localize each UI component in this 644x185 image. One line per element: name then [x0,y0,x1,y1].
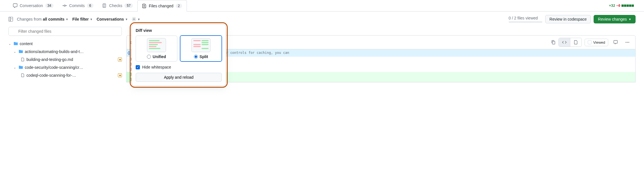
checkbox-checked-icon: ✓ [136,65,140,69]
file-tree-sidebar: ⌄ content ⌄ actions/automating-builds-an… [8,27,122,82]
tab-label: Files changed [149,4,173,8]
svg-rect-1 [103,4,106,8]
svg-point-6 [627,42,628,43]
copy-path-button[interactable] [551,40,556,45]
hide-whitespace-checkbox[interactable]: ✓ Hide whitespace [136,65,222,69]
toggle-file-tree-button[interactable] [8,17,13,21]
changes-from-dropdown[interactable]: Changes from all commits ▼ [17,17,68,21]
file-filter-dropdown[interactable]: File filter ▼ [72,17,93,21]
caret-down-icon: ▼ [90,18,93,21]
tree-label: actions/automating-builds-and-t… [25,49,122,54]
checklist-icon [102,3,107,8]
file-tree: ⌄ content ⌄ actions/automating-builds-an… [8,40,122,79]
sidebar-toggle-icon [8,17,13,21]
split-preview [191,38,211,52]
svg-point-0 [64,5,65,6]
comment-icon [13,3,17,8]
modified-badge [118,58,122,61]
file-diff-icon [142,4,147,8]
tab-conversation[interactable]: Conversation 34 [8,0,58,11]
diff-settings-popover: Diff view Unified [131,24,226,82]
caret-down-icon: ▼ [629,18,631,21]
tree-folder[interactable]: ⌄ actions/automating-builds-and-t… [8,48,122,56]
viewed-checkbox [588,40,592,44]
unified-preview [147,38,166,52]
tab-count: 57 [124,3,133,8]
rendered-view-button[interactable] [570,38,582,47]
tree-label: building-and-testing-go.md [26,57,116,62]
diff-view-unified-option[interactable]: Unified [136,36,177,61]
svg-point-5 [626,42,627,43]
file-icon [21,73,25,77]
commit-icon [62,3,67,8]
tree-label: codeql-code-scanning-for-… [26,73,116,78]
review-changes-button[interactable]: Review changes ▼ [594,15,636,23]
main-content: ⌄ content ⌄ actions/automating-builds-an… [0,27,644,82]
files-viewed-progress [509,21,542,23]
modified-badge [118,73,122,77]
svg-point-2 [133,19,135,20]
display-mode-group [558,38,582,47]
filter-files-input[interactable] [8,27,122,36]
tab-files-changed[interactable]: Files changed 2 [137,0,187,12]
unfold-icon [127,51,131,55]
tab-checks[interactable]: Checks 57 [98,0,137,11]
tab-count: 6 [87,3,93,8]
svg-rect-4 [552,41,555,44]
radio-checked [194,55,198,59]
diff-toolbar: Changes from all commits ▼ File filter ▼… [0,12,644,27]
tab-commits[interactable]: Commits 6 [58,0,98,11]
comment-button[interactable] [611,38,620,47]
folder-icon [19,49,23,54]
caret-down-icon: ▼ [137,18,140,21]
tree-file[interactable]: building-and-testing-go.md [8,56,122,63]
diff-squares [621,5,634,7]
folder-icon [19,65,23,70]
file-icon [21,58,25,61]
svg-point-7 [629,42,629,43]
gear-icon [132,17,136,21]
diff-settings-button[interactable]: ▼ [132,17,140,21]
deletions-count: −0 [616,4,620,8]
tree-label: content [20,41,122,46]
comment-icon [613,40,618,45]
source-view-button[interactable] [559,38,570,47]
tree-folder[interactable]: ⌄ code-security/code-scanning/cr… [8,63,122,71]
diff-view-split-option[interactable]: Split [180,36,222,61]
kebab-icon [625,40,630,45]
tree-file[interactable]: codeql-code-scanning-for-… [8,71,122,79]
copy-icon [551,40,556,45]
tab-count: 34 [45,3,53,8]
popover-title: Diff view [136,28,222,33]
chevron-down-icon: ⌄ [14,66,17,69]
conversations-dropdown[interactable]: Conversations ▼ [97,17,128,21]
caret-down-icon: ▼ [125,18,128,21]
additions-count: +32 [609,4,615,8]
apply-and-reload-button[interactable]: Apply and reload [136,73,222,82]
tree-label: code-security/code-scanning/cr… [25,65,122,70]
chevron-down-icon: ⌄ [8,42,12,46]
file-menu-button[interactable] [623,38,632,47]
files-viewed-status: 0 / 2 files viewed [509,16,542,23]
file-icon [574,40,578,45]
tab-label: Conversation [20,3,43,8]
radio-unchecked [147,55,151,59]
tab-label: Commits [69,3,85,8]
chevron-down-icon: ⌄ [14,50,17,54]
folder-icon [14,41,18,46]
tab-label: Checks [109,3,122,8]
tab-count: 2 [176,4,182,8]
tree-folder[interactable]: ⌄ content [8,40,122,48]
review-in-codespace-button[interactable]: Review in codespace [545,15,591,23]
code-icon [562,40,567,45]
viewed-toggle[interactable]: Viewed [585,39,608,46]
pr-tabs: Conversation 34 Commits 6 Checks 57 File… [0,0,644,12]
caret-down-icon: ▼ [66,18,68,21]
diff-stats: +32 −0 [609,4,636,8]
